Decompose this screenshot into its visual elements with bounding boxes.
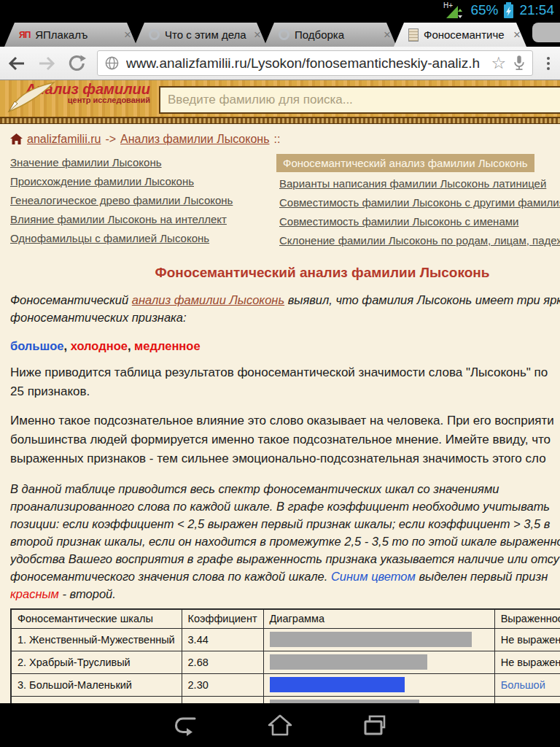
table-row: 2. Храбрый-Трусливый 2.68 Не выражен (11, 651, 560, 673)
voice-search-mic-icon[interactable] (513, 55, 526, 72)
menu-item-sovmestimost-familii[interactable]: Совместимость фамилии Лысоконь с другими… (279, 196, 560, 209)
menu-item-fonosemanticheskiy-active[interactable]: Фоносемантический анализ фамилии Лысокон… (276, 154, 534, 172)
site-header: Анализ фамилии центр исследований (0, 80, 560, 117)
column-header-expression: Выраженность (494, 609, 560, 628)
surname-search-input[interactable] (159, 86, 560, 114)
text-line: красным - второй. (10, 585, 560, 603)
tab-podborka[interactable]: Подборка × (264, 23, 397, 47)
decorative-border (0, 117, 560, 124)
tab-overflow-stub[interactable] (532, 23, 560, 42)
page-favicon-icon (408, 28, 419, 42)
url-text[interactable]: www.analizfamilii.ru/Lysokon/fonosemanti… (126, 55, 484, 71)
back-button[interactable] (7, 55, 26, 72)
coefficient-value: 3.44 (182, 628, 263, 651)
text-line: выраженных признаков - тем сильнее эмоци… (10, 449, 560, 468)
coefficient-value: 2.30 (182, 673, 263, 696)
web-page: Анализ фамилии центр исследований analiz… (0, 80, 560, 747)
diagram-bar (270, 654, 427, 670)
battery-percent: 65% (470, 2, 498, 18)
surname-menu: Значение фамилии Лысоконь Происхождение … (10, 156, 560, 253)
diagram-bar-highlighted (270, 677, 405, 692)
bookmark-star-icon[interactable]: ☆ (491, 55, 506, 71)
refresh-button[interactable] (67, 54, 86, 73)
text-line: удобства Вашего восприятия в графе выраж… (10, 550, 560, 568)
menu-item-genealogicheskoe-drevo[interactable]: Генеалогическое древо фамилии Лысоконь (10, 194, 233, 206)
table-intro-paragraph: Ниже приводится таблица результатов фоно… (10, 363, 560, 401)
table-header-row: Фоносемантические шкалы Коэффициент Диаг… (11, 609, 560, 628)
menu-column-left: Значение фамилии Лысоконь Происхождение … (10, 156, 279, 253)
text-line: большинства людей формируется именно так… (10, 430, 560, 449)
site-logo[interactable]: Анализ фамилии центр исследований (12, 81, 150, 104)
breadcrumb-suffix: :: (274, 133, 281, 146)
tab-title: Подборка (295, 28, 378, 41)
home-icon[interactable] (10, 133, 23, 145)
tab-fonosemantic-active[interactable]: Фоносемантиче × (394, 23, 526, 47)
expression-value: Не выражен (494, 628, 560, 651)
overflow-menu-button[interactable] (544, 55, 553, 71)
text-line: В данной таблице приводится весь спектр … (10, 480, 560, 498)
table-row: 1. Женственный-Мужественный 3.44 Не выра… (11, 628, 560, 651)
default-favicon-icon (279, 29, 289, 40)
diagram-bar (270, 632, 472, 647)
tab-title: ЯПлакалъ (35, 28, 119, 41)
clock: 21:54 (519, 2, 554, 18)
breadcrumb-home-link[interactable]: analizfamilii.ru (27, 133, 101, 146)
features-line: большое, холодное, медленное (10, 339, 560, 353)
page-content: analizfamilii.ru -> Анализ фамилии Лысок… (0, 124, 560, 747)
home-nav-icon[interactable] (265, 712, 295, 738)
table-row: 3. Большой-Маленький 2.30 Большой (11, 673, 560, 696)
browser-toolbar: www.analizfamilii.ru/Lysokon/fonosemanti… (0, 47, 560, 80)
close-tab-icon[interactable]: × (384, 28, 391, 41)
android-navigation-bar (0, 703, 560, 747)
signal-strength-icon: H+ (443, 1, 465, 19)
close-tab-icon[interactable]: × (254, 28, 261, 41)
quill-feather-icon (7, 80, 55, 115)
url-bar[interactable]: www.analizfamilii.ru/Lysokon/fonosemanti… (97, 50, 533, 76)
text-line: проанализированного слова по каждой шкал… (10, 498, 560, 515)
text-line: второй признак шкалы, если он находится … (10, 533, 560, 550)
scale-name: 1. Женственный-Мужественный (11, 628, 182, 651)
column-header-diagram: Диаграмма (263, 609, 494, 628)
expression-value: Не выражен (494, 651, 560, 673)
expression-value: Большой (494, 673, 560, 696)
menu-item-varianty-latinitsey[interactable]: Варианты написания фамилии Лысоконь лати… (279, 177, 546, 190)
back-nav-icon[interactable] (171, 712, 200, 738)
breadcrumb-current-link[interactable]: Анализ фамилии Лысоконь (120, 133, 269, 146)
menu-item-vliyanie-na-intellekt[interactable]: Влияние фамилии Лысоконь на интеллект (10, 213, 227, 225)
site-security-globe-icon (104, 55, 120, 71)
breadcrumb: analizfamilii.ru -> Анализ фамилии Лысок… (10, 133, 560, 146)
menu-column-right: Фоносемантический анализ фамилии Лысокон… (279, 156, 560, 253)
text-line: Фоносемантический анализ фамилии Лысокон… (10, 291, 560, 309)
tab-chto-s-etim[interactable]: Что с этим дела × (134, 23, 267, 47)
text-line: 25 признаков. (10, 382, 560, 401)
text-line: Ниже приводится таблица результатов фоно… (10, 363, 560, 382)
column-header-scales: Фоносемантические шкалы (11, 609, 182, 628)
coefficient-value: 2.68 (182, 651, 263, 673)
tab-strip: ЯП ЯПлакалъ × Что с этим дела × Подборка… (0, 20, 560, 47)
column-header-coefficient: Коэффициент (182, 609, 263, 628)
svg-text:H+: H+ (443, 1, 453, 9)
menu-item-sklonenie[interactable]: Склонение фамилии Лысоконь по родам, лиц… (279, 234, 560, 247)
text-line: фоносемантического значения слова по каж… (10, 568, 560, 585)
tab-yaplakal[interactable]: ЯП ЯПлакалъ × (4, 23, 137, 47)
tab-title: Что с этим дела (165, 28, 249, 41)
menu-item-znachenie[interactable]: Значение фамилии Лысоконь (10, 156, 162, 169)
influence-paragraph: Именно такое подсознательное влияние это… (10, 411, 560, 468)
breadcrumb-separator: -> (105, 133, 116, 146)
close-tab-icon[interactable]: × (513, 28, 521, 41)
recent-apps-nav-icon[interactable] (360, 712, 389, 738)
menu-item-odnofamiltsy[interactable]: Однофамильцы с фамилией Лысоконь (10, 232, 209, 244)
tab-title: Фоносемантиче (424, 28, 508, 41)
text-line: позиции: если коэффициент < 2,5 выражен … (10, 515, 560, 533)
menu-item-proishozhdenie[interactable]: Происхождение фамилии Лысоконь (10, 175, 194, 187)
forward-button[interactable] (37, 55, 56, 72)
legend-paragraph: В данной таблице приводится весь спектр … (10, 480, 560, 603)
page-title: Фоносемантический анализ фамилии Лысокон… (10, 265, 560, 281)
battery-charging-icon (503, 1, 514, 19)
text-line: Именно такое подсознательное влияние это… (10, 411, 560, 430)
yaplakal-favicon-icon: ЯП (19, 30, 30, 40)
intro-paragraph: Фоносемантический анализ фамилии Лысокон… (10, 291, 560, 326)
close-tab-icon[interactable]: × (124, 28, 131, 41)
menu-item-sovmestimost-imena[interactable]: Совместимость фамилии Лысоконь с именами (279, 215, 518, 228)
status-bar: H+ 65% 21:54 (0, 0, 560, 20)
